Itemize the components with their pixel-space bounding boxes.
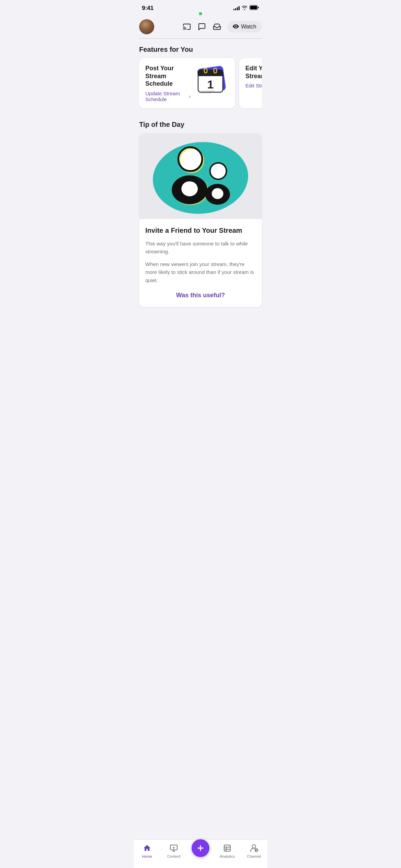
tip-useful-link[interactable]: Was this useful? (145, 289, 256, 300)
svg-point-25 (212, 188, 223, 199)
tip-description-1: This way you'll have someone to talk to … (145, 240, 256, 256)
svg-rect-6 (198, 73, 223, 76)
features-section: Features for You Post Your Stream Schedu… (134, 39, 267, 114)
calendar-illustration: 1 (195, 64, 229, 99)
svg-rect-10 (201, 91, 215, 92)
header-icons: Watch (182, 21, 262, 33)
signal-icon (233, 6, 240, 10)
features-scroll[interactable]: Post Your Stream Schedule Update Stream … (139, 58, 262, 110)
header: Watch (134, 16, 267, 38)
update-schedule-link[interactable]: Update Stream Schedule › (145, 91, 191, 102)
edit-stream-link[interactable]: Edit Strea... (245, 83, 262, 88)
avatar[interactable] (139, 19, 154, 34)
tip-title: Invite a Friend to Your Stream (145, 226, 256, 235)
feature-card-title-edit: Edit Yo...Stream... (245, 64, 262, 80)
watch-button[interactable]: Watch (227, 21, 262, 33)
wifi-icon (242, 5, 247, 11)
live-indicator (199, 12, 202, 15)
watch-label: Watch (241, 24, 256, 30)
tip-description-2: When new viewers join your stream, they'… (145, 260, 256, 284)
eye-icon (233, 24, 239, 30)
tip-content: Invite a Friend to Your Stream This way … (139, 219, 262, 307)
svg-point-20 (181, 181, 198, 196)
svg-text:1: 1 (207, 78, 214, 91)
svg-point-12 (150, 138, 251, 217)
chat-icon[interactable] (197, 22, 207, 32)
feature-card-title-schedule: Post Your Stream Schedule (145, 64, 191, 88)
status-bar: 9:41 (134, 0, 267, 14)
features-title: Features for You (139, 46, 262, 53)
tip-section: Tip of the Day (134, 114, 267, 311)
battery-icon (250, 5, 259, 11)
cast-icon[interactable] (182, 22, 192, 32)
feature-card-edit[interactable]: Edit Yo...Stream... Edit Strea... (239, 58, 262, 108)
svg-rect-1 (250, 6, 257, 9)
status-icons (233, 5, 259, 11)
svg-rect-11 (201, 93, 211, 94)
inbox-icon[interactable] (212, 22, 222, 32)
tip-illustration (139, 133, 262, 219)
feature-card-schedule[interactable]: Post Your Stream Schedule Update Stream … (139, 58, 235, 108)
status-time: 9:41 (142, 5, 154, 12)
tip-card: Invite a Friend to Your Stream This way … (139, 133, 262, 307)
tip-section-title: Tip of the Day (139, 121, 262, 129)
